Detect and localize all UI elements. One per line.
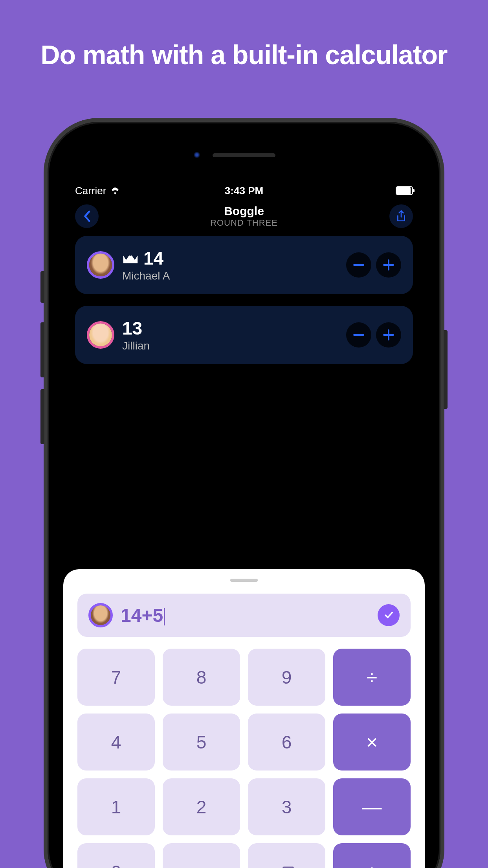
- key-3[interactable]: 3: [248, 778, 325, 835]
- player-card: 13 Jillian: [75, 306, 413, 364]
- page-title: Boggle: [210, 204, 278, 218]
- key-6[interactable]: 6: [248, 714, 325, 771]
- sheet-handle[interactable]: [230, 579, 258, 582]
- player-name: Michael A: [122, 270, 338, 282]
- share-button[interactable]: [389, 204, 413, 228]
- promo-headline: Do math with a built-in calculator: [0, 0, 488, 70]
- key-0[interactable]: 0: [77, 843, 155, 868]
- volume-up: [40, 322, 44, 377]
- confirm-button[interactable]: [378, 604, 400, 626]
- key-4[interactable]: 4: [77, 714, 155, 771]
- carrier-label: Carrier: [75, 185, 106, 197]
- svg-rect-3: [383, 264, 394, 266]
- player-score: 14: [143, 248, 163, 269]
- keypad: 789÷456×123—0.+: [77, 649, 411, 868]
- player-card: 14 Michael A: [75, 236, 413, 294]
- calculator-sheet: 14+5 789÷456×123—0.+: [63, 569, 425, 868]
- status-time: 3:43 PM: [225, 185, 263, 197]
- crown-icon: [122, 252, 139, 265]
- key-1[interactable]: 1: [77, 778, 155, 835]
- key-backspace[interactable]: [248, 843, 325, 868]
- volume-down: [40, 389, 44, 444]
- player-score: 13: [122, 318, 142, 339]
- key-5[interactable]: 5: [163, 714, 240, 771]
- svg-rect-4: [353, 334, 364, 336]
- screen: Carrier 3:43 PM Boggle ROUND THREE: [63, 181, 425, 868]
- key-×[interactable]: ×: [333, 714, 411, 771]
- increment-button[interactable]: [376, 322, 401, 348]
- svg-rect-1: [353, 264, 364, 266]
- page-subtitle: ROUND THREE: [210, 218, 278, 228]
- phone-frame: Carrier 3:43 PM Boggle ROUND THREE: [44, 118, 444, 868]
- player-name: Jillian: [122, 340, 338, 352]
- key-9[interactable]: 9: [248, 649, 325, 706]
- nav-bar: Boggle ROUND THREE: [63, 200, 425, 236]
- key-2[interactable]: 2: [163, 778, 240, 835]
- key-.[interactable]: .: [163, 843, 240, 868]
- text-cursor: [164, 608, 165, 625]
- increment-button[interactable]: [376, 252, 401, 278]
- calc-expression[interactable]: 14+5: [121, 605, 370, 626]
- svg-point-0: [129, 253, 132, 256]
- mute-switch: [40, 271, 44, 303]
- power-button: [444, 330, 448, 409]
- decrement-button[interactable]: [346, 322, 371, 348]
- key-8[interactable]: 8: [163, 649, 240, 706]
- avatar: [87, 251, 114, 279]
- avatar: [87, 321, 114, 349]
- key-—[interactable]: —: [333, 778, 411, 835]
- key-7[interactable]: 7: [77, 649, 155, 706]
- back-button[interactable]: [75, 204, 99, 228]
- battery-icon: [396, 186, 413, 195]
- key-÷[interactable]: ÷: [333, 649, 411, 706]
- decrement-button[interactable]: [346, 252, 371, 278]
- status-bar: Carrier 3:43 PM: [63, 181, 425, 200]
- key-+[interactable]: +: [333, 843, 411, 868]
- avatar: [88, 603, 113, 627]
- wifi-icon: [110, 187, 120, 195]
- calc-display: 14+5: [77, 594, 411, 637]
- svg-rect-6: [383, 334, 394, 336]
